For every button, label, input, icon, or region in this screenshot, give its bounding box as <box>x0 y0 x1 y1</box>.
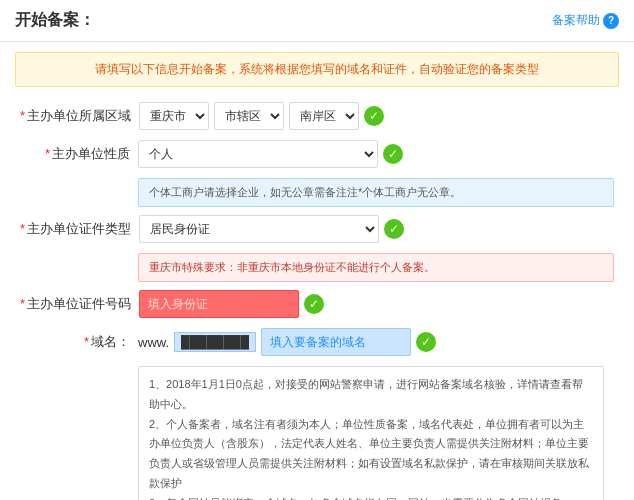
info-text-2: 2、个人备案者，域名注有者须为本人；单位性质备案，域名代表处，单位拥有者可以为主… <box>149 418 589 489</box>
id-number-row: *主办单位证件号码 ✓ <box>20 290 614 318</box>
id-type-select[interactable]: 居民身份证 <box>139 215 379 243</box>
required-star-4: * <box>20 296 25 311</box>
id-type-label: *主办单位证件类型 <box>20 220 131 238</box>
id-number-label: *主办单位证件号码 <box>20 295 131 313</box>
domain-prefix: www. <box>138 335 169 350</box>
nature-hint: 个体工商户请选择企业，如无公章需备注注*个体工商户无公章。 <box>138 178 614 207</box>
required-star-2: * <box>45 146 50 161</box>
page-title: 开始备案： <box>15 10 95 31</box>
region-controls: 重庆市 市辖区 南岸区 ✓ <box>139 102 614 130</box>
id-warning: 重庆市特殊要求：非重庆市本地身份证不能进行个人备案。 <box>138 253 614 282</box>
nature-row: *主办单位性质 个人 ✓ <box>20 140 614 168</box>
domain-row: *域名： www. ████████ ✓ <box>20 328 614 356</box>
domain-verify-icon: ✓ <box>416 332 436 352</box>
region-select-district[interactable]: 南岸区 <box>289 102 359 130</box>
domain-controls: www. ████████ ✓ <box>138 328 614 356</box>
region-select-city[interactable]: 市辖区 <box>214 102 284 130</box>
domain-masked: ████████ <box>174 332 256 352</box>
domain-label: *域名： <box>20 333 130 351</box>
region-label: *主办单位所属区域 <box>20 107 131 125</box>
required-star-3: * <box>20 221 25 236</box>
nature-controls: 个人 ✓ <box>138 140 614 168</box>
region-verify-icon: ✓ <box>364 106 384 126</box>
id-number-input[interactable] <box>139 290 299 318</box>
page-header: 开始备案： 备案帮助 ? <box>0 0 634 42</box>
notice-bar: 请填写以下信息开始备案，系统将根据您填写的域名和证件，自动验证您的备案类型 <box>15 52 619 87</box>
domain-input[interactable] <box>261 328 411 356</box>
help-link[interactable]: 备案帮助 ? <box>552 12 619 29</box>
help-label: 备案帮助 <box>552 12 600 29</box>
nature-label: *主办单位性质 <box>20 145 130 163</box>
required-star: * <box>20 108 25 123</box>
id-type-verify-icon: ✓ <box>384 219 404 239</box>
nature-select[interactable]: 个人 <box>138 140 378 168</box>
id-verify-icon: ✓ <box>304 294 324 314</box>
id-type-row: *主办单位证件类型 居民身份证 ✓ <box>20 215 614 243</box>
region-select-province[interactable]: 重庆市 <box>139 102 209 130</box>
required-star-5: * <box>84 334 89 349</box>
nature-verify-icon: ✓ <box>383 144 403 164</box>
info-text: 1、2018年1月1日0点起，对接受的网站警察申请，进行网站备案域名核验，详情请… <box>149 378 583 410</box>
id-number-controls: ✓ <box>139 290 614 318</box>
id-type-controls: 居民身份证 ✓ <box>139 215 614 243</box>
help-icon: ? <box>603 13 619 29</box>
notice-text: 请填写以下信息开始备案，系统将根据您填写的域名和证件，自动验证您的备案类型 <box>95 62 539 76</box>
page-container: 开始备案： 备案帮助 ? 请填写以下信息开始备案，系统将根据您填写的域名和证件，… <box>0 0 634 500</box>
info-box: 1、2018年1月1日0点起，对接受的网站警察申请，进行网站备案域名核验，详情请… <box>138 366 604 500</box>
region-row: *主办单位所属区域 重庆市 市辖区 南岸区 ✓ <box>20 102 614 130</box>
form-container: *主办单位所属区域 重庆市 市辖区 南岸区 ✓ *主办单位性质 <box>0 97 634 500</box>
